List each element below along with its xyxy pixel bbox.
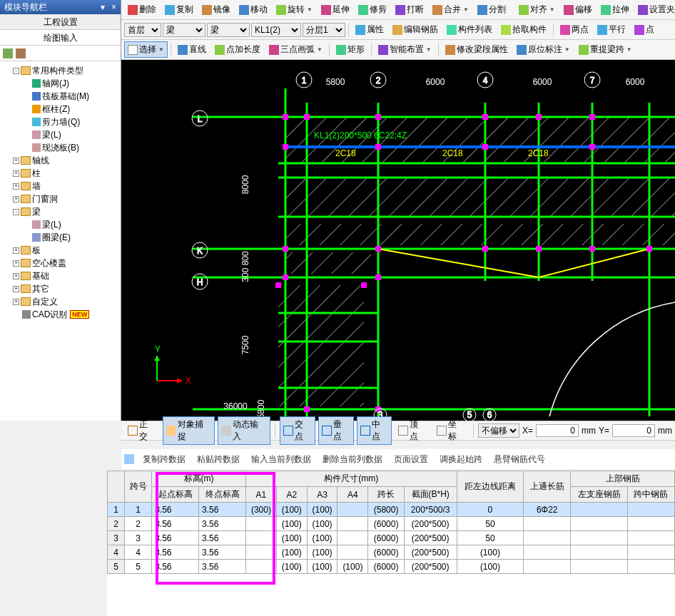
cell[interactable] bbox=[524, 545, 571, 560]
rect-button[interactable]: 矩形 bbox=[333, 41, 368, 58]
trim-button[interactable]: 修剪 bbox=[355, 1, 390, 18]
tab-draw-input[interactable]: 绘图输入 bbox=[0, 30, 121, 46]
cell[interactable] bbox=[524, 531, 571, 545]
tree-collapse-icon[interactable] bbox=[16, 48, 26, 58]
two-point-button[interactable]: 两点 bbox=[557, 21, 592, 38]
swap-start-button[interactable]: 调换起始跨 bbox=[437, 452, 485, 467]
tree-item[interactable]: 剪力墙(Q) bbox=[3, 115, 118, 128]
cell[interactable]: 3.56 bbox=[152, 545, 199, 560]
cell[interactable]: (100) bbox=[457, 560, 524, 574]
cell[interactable]: 1 bbox=[125, 503, 152, 517]
table-row[interactable]: 223.563.56(100)(100)(6000)(200*500)50 bbox=[108, 517, 675, 531]
tree-item[interactable]: 筏板基础(M) bbox=[3, 90, 118, 103]
cell[interactable]: (100) bbox=[307, 517, 338, 531]
cell[interactable]: (100) bbox=[276, 560, 307, 574]
tree-item[interactable]: +板 bbox=[3, 244, 118, 257]
cell[interactable]: (100) bbox=[276, 517, 307, 531]
ortho-toggle[interactable]: 正交 bbox=[124, 416, 160, 445]
cell[interactable] bbox=[571, 503, 628, 517]
offset-mode-select[interactable]: 不偏移 bbox=[478, 423, 519, 438]
expand-icon[interactable]: + bbox=[13, 158, 19, 164]
x-input[interactable] bbox=[536, 424, 579, 437]
line-button[interactable]: 直线 bbox=[174, 41, 210, 58]
member-select[interactable]: KL1(2) bbox=[251, 23, 301, 37]
category-select-1[interactable]: 梁 bbox=[163, 23, 205, 37]
expand-icon[interactable]: + bbox=[13, 183, 19, 190]
cell[interactable]: (6000) bbox=[368, 531, 405, 545]
cell[interactable]: (200*500) bbox=[404, 517, 457, 531]
cell[interactable] bbox=[524, 560, 571, 574]
tree-item[interactable]: +其它 bbox=[3, 282, 118, 295]
cell[interactable] bbox=[627, 503, 674, 517]
cell[interactable]: (300) bbox=[246, 503, 277, 517]
cell[interactable]: (6000) bbox=[368, 545, 405, 560]
cell[interactable]: 4 bbox=[108, 545, 125, 560]
cell[interactable]: (200*500) bbox=[404, 531, 457, 545]
cell[interactable]: (100) bbox=[276, 503, 307, 517]
edit-segment-button[interactable]: 修改梁段属性 bbox=[442, 41, 512, 58]
cell[interactable] bbox=[246, 517, 277, 531]
rotate-button[interactable]: 旋转▼ bbox=[273, 1, 316, 18]
expand-icon[interactable]: + bbox=[13, 196, 19, 202]
parallel-button[interactable]: 平行 bbox=[594, 21, 629, 38]
cell[interactable]: (100) bbox=[307, 560, 338, 574]
tree-item[interactable]: 圈梁(E) bbox=[3, 231, 118, 244]
cell[interactable]: (100) bbox=[276, 531, 307, 545]
cell[interactable] bbox=[246, 531, 277, 545]
cell[interactable]: 3.56 bbox=[152, 531, 199, 545]
expand-icon[interactable]: + bbox=[13, 170, 19, 177]
cell[interactable]: 3.56 bbox=[199, 531, 246, 545]
tab-project-settings[interactable]: 工程设置 bbox=[0, 14, 121, 30]
input-col-button[interactable]: 输入当前列数据 bbox=[248, 452, 314, 467]
mirror-button[interactable]: 镜像 bbox=[198, 1, 234, 18]
cell[interactable] bbox=[338, 545, 368, 560]
cell[interactable]: 3.56 bbox=[152, 560, 199, 574]
pin-icon[interactable]: ▾ bbox=[101, 2, 105, 12]
cell[interactable]: 0 bbox=[457, 503, 524, 517]
delete-col-button[interactable]: 删除当前列数据 bbox=[320, 452, 385, 467]
cell[interactable] bbox=[627, 560, 674, 574]
cell[interactable] bbox=[571, 531, 628, 545]
offset-button[interactable]: 偏移 bbox=[560, 1, 596, 18]
apex-snap[interactable]: 顶点 bbox=[395, 416, 430, 445]
expand-icon[interactable]: - bbox=[13, 209, 19, 215]
cell[interactable]: 5 bbox=[125, 560, 152, 574]
pick-member-button[interactable]: 拾取构件 bbox=[497, 21, 550, 38]
cell[interactable]: (100) bbox=[307, 545, 338, 560]
respan-button[interactable]: 重提梁跨▼ bbox=[575, 41, 636, 58]
break-button[interactable]: 打断 bbox=[392, 1, 427, 18]
cantilever-code-button[interactable]: 悬臂钢筋代号 bbox=[491, 452, 548, 467]
delete-button[interactable]: 删除 bbox=[124, 1, 160, 18]
expand-icon[interactable]: + bbox=[13, 247, 19, 254]
cell[interactable]: 4 bbox=[125, 545, 152, 560]
table-row[interactable]: 113.563.56(300)(100)(100)(5800)200*500/3… bbox=[108, 503, 675, 517]
tree-item[interactable]: -梁 bbox=[3, 205, 118, 218]
tree-item[interactable]: 梁(L) bbox=[3, 128, 118, 141]
floor-select[interactable]: 首层 bbox=[124, 23, 161, 37]
drawing-canvas[interactable]: KL1(2)200*500 6C22;4Z 2C18 2C18 2C18 580… bbox=[121, 60, 675, 421]
cell[interactable]: 200*500/3 bbox=[404, 503, 457, 517]
y-input[interactable] bbox=[612, 424, 655, 437]
tree-item[interactable]: +自定义 bbox=[3, 295, 118, 308]
cell[interactable]: 6Φ22 bbox=[524, 503, 571, 517]
tree-expand-icon[interactable] bbox=[3, 48, 13, 58]
cell[interactable] bbox=[246, 545, 277, 560]
table-row[interactable]: 443.563.56(100)(100)(6000)(200*500)(100) bbox=[108, 545, 675, 560]
cell[interactable]: 2 bbox=[125, 517, 152, 531]
table-row[interactable]: 553.563.56(100)(100)(100)(6000)(200*500)… bbox=[108, 560, 675, 574]
setclip-button[interactable]: 设置夹 bbox=[634, 1, 675, 18]
tree-item[interactable]: 框柱(Z) bbox=[3, 103, 118, 115]
page-setup-button[interactable]: 页面设置 bbox=[391, 452, 431, 467]
tree-item[interactable]: +门窗洞 bbox=[3, 192, 118, 205]
orig-mark-button[interactable]: 原位标注▼ bbox=[513, 41, 574, 58]
cell[interactable]: 1 bbox=[108, 503, 125, 517]
tree-item[interactable]: 现浇板(B) bbox=[3, 141, 118, 154]
cell[interactable] bbox=[338, 531, 368, 545]
sublayer-select[interactable]: 分层1 bbox=[303, 23, 345, 37]
cell[interactable] bbox=[338, 503, 368, 517]
perp-snap[interactable]: 垂点 bbox=[318, 416, 354, 445]
cell[interactable] bbox=[524, 517, 571, 531]
cell[interactable]: 5 bbox=[108, 560, 125, 574]
cell[interactable]: 3.56 bbox=[199, 545, 246, 560]
expand-icon[interactable]: + bbox=[13, 299, 19, 305]
